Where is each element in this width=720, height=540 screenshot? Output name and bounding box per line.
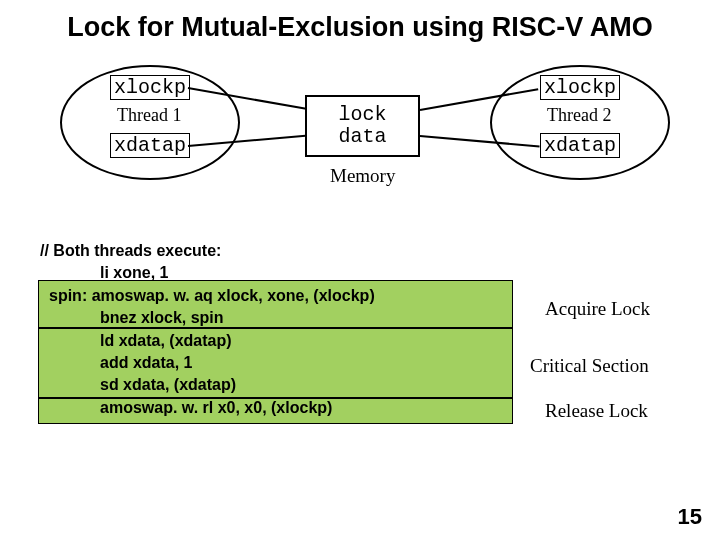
thread2-xdatap: xdatap (540, 133, 620, 158)
thread1-name: Thread 1 (117, 105, 181, 126)
code-line-6: sd xdata, (xdatap) (40, 374, 680, 396)
code-line-4: ld xdata, (xdatap) (40, 330, 680, 352)
label-release: Release Lock (545, 400, 648, 422)
memory-box: lock data (305, 95, 420, 157)
label-acquire: Acquire Lock (545, 298, 650, 320)
thread2-xlockp: xlockp (540, 75, 620, 100)
slide-title: Lock for Mutual-Exclusion using RISC-V A… (0, 12, 720, 43)
code-line-1: li xone, 1 (40, 262, 680, 284)
thread1-xdatap: xdatap (110, 133, 190, 158)
thread1-xlockp: xlockp (110, 75, 190, 100)
page-number: 15 (678, 504, 702, 530)
memory-label: Memory (330, 165, 395, 187)
memory-lock: lock (338, 104, 386, 126)
code-line-0: // Both threads execute: (40, 240, 680, 262)
threads-memory-diagram: xlockp Thread 1 xdatap xlockp Thread 2 x… (0, 65, 720, 225)
label-critical: Critical Section (530, 355, 649, 377)
memory-data: data (338, 126, 386, 148)
thread2-name: Thread 2 (547, 105, 611, 126)
code-block: // Both threads execute: li xone, 1 spin… (40, 240, 680, 419)
